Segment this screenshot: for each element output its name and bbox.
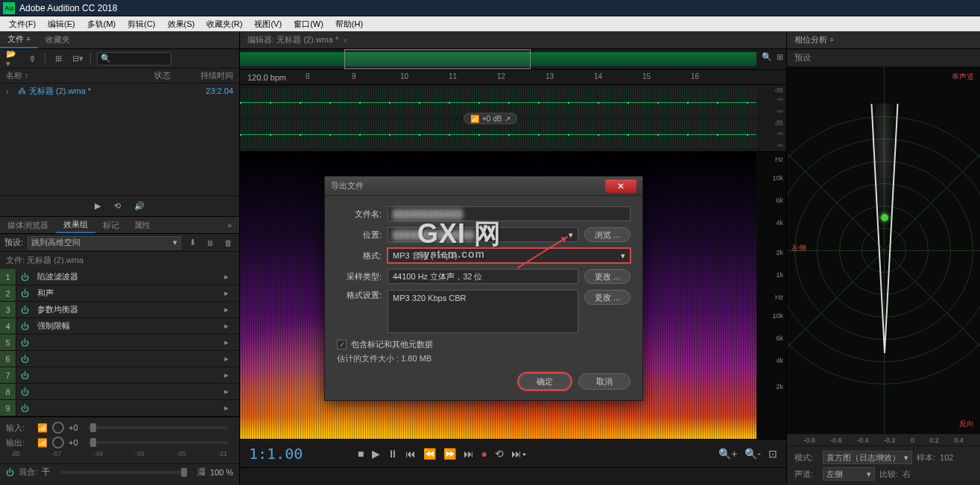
zoom-in-icon[interactable]: 🔍+ (718, 448, 737, 460)
insert-icon[interactable]: ⊟▾ (71, 52, 84, 66)
play-icon[interactable]: ▶ (95, 201, 101, 211)
menu-clip[interactable]: 剪辑(C) (121, 19, 161, 30)
preset-down-icon[interactable]: ⬇ (186, 236, 199, 250)
fx-menu-icon[interactable]: ▸ (224, 272, 239, 282)
fx-slot[interactable]: 8⏻▸ (0, 384, 239, 400)
timecode-display[interactable]: 1:1.00 (249, 445, 303, 463)
col-duration[interactable]: 持续时间 (181, 70, 233, 81)
tab-media-browser[interactable]: 媒体浏览器 (0, 217, 56, 233)
tab-close-icon[interactable]: × (343, 36, 347, 45)
fx-menu-icon[interactable]: ▸ (224, 321, 239, 331)
fx-menu-icon[interactable]: ▸ (224, 370, 239, 380)
multitrack-icon[interactable]: ⊞ (51, 52, 65, 66)
fx-slot[interactable]: 6⏻▸ (0, 351, 239, 367)
tab-markers[interactable]: 标记 (95, 217, 127, 233)
power-icon[interactable]: ⏻ (16, 318, 33, 334)
fx-slot[interactable]: 7⏻▸ (0, 367, 239, 384)
input-knob[interactable] (52, 422, 64, 434)
power-icon[interactable]: ⏻ (16, 367, 33, 383)
waveform-display[interactable]: 📶 +0 dB ↗ dB -∞ -∞ dB -∞ -∞ (240, 85, 786, 152)
timeline-ruler[interactable]: 120.0 bpm 8 9 10 11 12 13 14 15 16 (240, 70, 786, 85)
fx-menu-icon[interactable]: ▸ (224, 354, 239, 364)
menu-file[interactable]: 文件(F) (3, 19, 42, 30)
fx-menu-icon[interactable]: ▸ (224, 305, 239, 314)
menu-edit[interactable]: 编辑(E) (42, 19, 81, 30)
fx-menu-icon[interactable]: ▸ (224, 337, 239, 347)
power-icon[interactable]: ⏻ (16, 351, 33, 367)
zoom-out-icon[interactable]: 🔍- (745, 448, 761, 460)
tab-properties[interactable]: 属性 (127, 217, 158, 233)
file-row[interactable]: › ⁂ 无标题 (2).wma * 23:2.04 (0, 83, 239, 98)
tab-files[interactable]: 文件≡ (0, 31, 38, 48)
skip-button[interactable]: ⏭▸ (511, 448, 527, 460)
fx-menu-icon[interactable]: ▸ (224, 288, 239, 298)
power-icon[interactable]: ⏻ (16, 302, 33, 317)
browse-button[interactable]: 浏览 ... (584, 227, 630, 242)
ok-button[interactable]: 确定 (519, 373, 571, 390)
change-sample-button[interactable]: 更改 ... (584, 269, 630, 284)
preset-delete-icon[interactable]: 🗑 (221, 236, 235, 250)
rewind-button[interactable]: ⏪ (423, 448, 436, 460)
fx-slot[interactable]: 4⏻强制限幅▸ (0, 318, 239, 335)
zoom-icon[interactable]: 🔍 (762, 52, 772, 62)
cancel-button[interactable]: 取消 (578, 373, 630, 390)
pause-button[interactable]: ⏸ (388, 448, 398, 460)
fx-slot[interactable]: 9⏻▸ (0, 400, 239, 416)
next-button[interactable]: ⏭ (464, 448, 474, 460)
record-button[interactable]: ● (481, 448, 487, 460)
overview-selection[interactable] (344, 49, 531, 69)
include-metadata-checkbox[interactable]: ✓ (337, 340, 347, 349)
volume-icon[interactable]: 🔊 (134, 201, 145, 211)
menu-multitrack[interactable]: 多轨(M) (81, 19, 122, 30)
phase-scope[interactable]: 单声道 左侧 反向 (787, 67, 980, 434)
prev-button[interactable]: ⏮ (405, 448, 416, 460)
power-icon[interactable]: ⏻ (16, 285, 33, 301)
power-icon[interactable]: ⏻ (6, 468, 14, 477)
col-status[interactable]: 状态 (144, 70, 181, 81)
forward-button[interactable]: ⏩ (443, 448, 456, 460)
stop-button[interactable]: ■ (358, 448, 364, 460)
menu-window[interactable]: 窗口(W) (288, 19, 329, 30)
record-icon[interactable]: 🎙 (25, 52, 39, 66)
close-button[interactable]: ✕ (605, 180, 636, 193)
menu-help[interactable]: 帮助(H) (329, 19, 369, 30)
loop-icon[interactable]: ⟲ (114, 201, 121, 211)
gain-pill[interactable]: 📶 +0 dB ↗ (464, 112, 517, 124)
fx-slot[interactable]: 1⏻陷波滤波器▸ (0, 269, 239, 285)
search-input[interactable]: 🔍 (97, 52, 171, 66)
fx-slot[interactable]: 2⏻和声▸ (0, 285, 239, 302)
tab-effects-rack[interactable]: 效果组 (56, 217, 95, 233)
chan-select[interactable]: 左侧▾ (823, 467, 875, 481)
play-button[interactable]: ▶ (372, 448, 380, 460)
tab-favorites[interactable]: 收藏夹 (38, 31, 78, 48)
loop-button[interactable]: ⟲ (495, 448, 504, 460)
fx-menu-icon[interactable]: ▸ (224, 403, 239, 413)
mode-select[interactable]: 直方图（日志增效）▾ (823, 451, 912, 464)
overview-strip[interactable]: 🔍 ⊞ (240, 49, 786, 70)
power-icon[interactable]: ⏻ (16, 269, 33, 285)
zoom-fit-icon[interactable]: ⊡ (768, 448, 777, 460)
preset-save-icon[interactable]: 🗎 (203, 236, 217, 250)
fx-slot[interactable]: 3⏻参数均衡器▸ (0, 302, 239, 318)
open-file-icon[interactable]: 📂▾ (6, 52, 19, 66)
phase-preset-label[interactable]: 预设 (787, 49, 980, 67)
panel-menu-icon[interactable]: » (220, 217, 239, 233)
change-format-button[interactable]: 更改 ... (584, 290, 630, 305)
preset-select[interactable]: 跳到高维空间▾ (28, 236, 181, 250)
view-icon[interactable]: ⊞ (777, 52, 783, 62)
col-name[interactable]: 名称 ↑ (6, 70, 144, 81)
fx-slot[interactable]: 5⏻▸ (0, 335, 239, 351)
output-knob[interactable] (52, 437, 64, 448)
menu-view[interactable]: 视图(V) (248, 19, 288, 30)
filename-input[interactable]: ████████████ (388, 206, 630, 221)
format-select[interactable]: MP3 音频 (*.mp3)▾ (388, 248, 630, 263)
location-select[interactable]: ██████████████▾ (388, 227, 578, 242)
menu-effects[interactable]: 效果(S) (162, 19, 201, 30)
menu-favorites[interactable]: 收藏夹(R) (200, 19, 248, 30)
expand-icon[interactable]: › (6, 86, 15, 95)
power-icon[interactable]: ⏻ (16, 400, 33, 416)
fx-menu-icon[interactable]: ▸ (224, 387, 239, 396)
power-icon[interactable]: ⏻ (16, 384, 33, 399)
power-icon[interactable]: ⏻ (16, 335, 33, 350)
mix-slider[interactable] (60, 471, 187, 474)
